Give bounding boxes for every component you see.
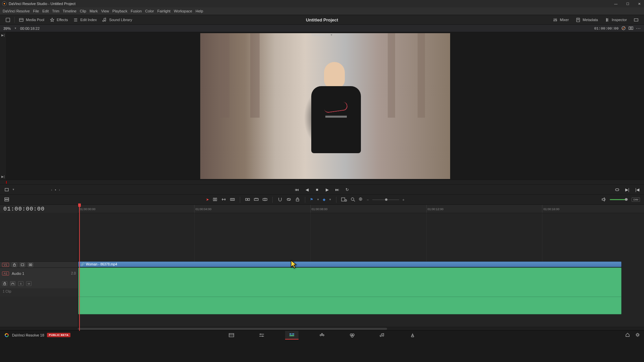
jump-first-icon[interactable]: ⏮ bbox=[294, 187, 300, 192]
fusion-page-tab[interactable] bbox=[315, 331, 329, 340]
timeline-dropdown-icon[interactable]: ▼ bbox=[330, 34, 333, 37]
viewer-zoom-percent[interactable]: 39% bbox=[3, 26, 11, 31]
match-frame-dropdown-icon[interactable]: ▼ bbox=[12, 188, 15, 191]
snapping-icon[interactable] bbox=[277, 197, 283, 203]
menu-davinci-resolve[interactable]: DaVinci Resolve bbox=[3, 9, 30, 13]
timeline-ruler[interactable]: 01:00:00:00 01:00:04:00 01:00:08:00 01:0… bbox=[78, 205, 644, 213]
close-button[interactable]: ✕ bbox=[637, 2, 642, 6]
project-settings-icon[interactable] bbox=[635, 333, 640, 338]
trim-tool-icon[interactable] bbox=[212, 197, 218, 203]
menu-fairlight[interactable]: Fairlight bbox=[157, 9, 170, 13]
timeline-zoom-slider[interactable] bbox=[372, 199, 399, 200]
video-track-badge[interactable]: V1 bbox=[2, 263, 9, 267]
menu-mark[interactable]: Mark bbox=[90, 9, 98, 13]
marker-dropdown-icon[interactable]: ▼ bbox=[329, 198, 331, 201]
media-pool-button[interactable]: Media Pool bbox=[16, 16, 47, 24]
menu-fusion[interactable]: Fusion bbox=[131, 9, 142, 13]
replace-clip-icon[interactable] bbox=[262, 197, 268, 203]
edit-page-tab[interactable] bbox=[285, 331, 299, 340]
viewer-options-icon[interactable]: ⋯ bbox=[636, 26, 641, 31]
dual-viewer-icon[interactable] bbox=[629, 26, 633, 31]
next-edit-icon[interactable]: ▶| bbox=[1, 34, 4, 37]
metadata-button[interactable]: Metadata bbox=[573, 16, 601, 24]
menu-file[interactable]: File bbox=[33, 9, 39, 13]
index-search-icon[interactable] bbox=[341, 197, 347, 202]
bypass-grade-icon[interactable] bbox=[621, 26, 626, 31]
scrubber-playhead[interactable] bbox=[6, 181, 7, 184]
menu-clip[interactable]: Clip bbox=[80, 9, 86, 13]
color-page-tab[interactable] bbox=[345, 331, 359, 340]
menu-playback[interactable]: Playback bbox=[112, 9, 127, 13]
viewer-canvas[interactable] bbox=[6, 32, 644, 180]
loop-icon[interactable]: ↻ bbox=[344, 187, 350, 192]
audio-curve-icon[interactable] bbox=[10, 281, 15, 286]
mute-icon[interactable] bbox=[601, 197, 606, 203]
nav-next-icon[interactable]: › bbox=[59, 188, 60, 192]
mixer-button[interactable]: Mixer bbox=[550, 16, 572, 24]
fullscreen-viewer-button[interactable] bbox=[3, 16, 13, 24]
marker-icon[interactable]: ◆ bbox=[323, 197, 325, 202]
blade-tool-icon[interactable] bbox=[230, 197, 235, 203]
menu-trim[interactable]: Trim bbox=[52, 9, 59, 13]
zoom-dropdown-icon[interactable]: ▼ bbox=[14, 27, 17, 30]
audio-track-badge[interactable]: A1 bbox=[2, 272, 9, 276]
expand-viewer-icon[interactable] bbox=[614, 187, 620, 192]
play-icon[interactable]: ▶ bbox=[324, 187, 330, 192]
flag-dropdown-icon[interactable]: ▼ bbox=[317, 198, 319, 201]
media-page-tab[interactable] bbox=[225, 331, 238, 340]
minimize-button[interactable]: — bbox=[613, 2, 619, 6]
cut-page-tab[interactable] bbox=[255, 331, 268, 340]
go-end-icon[interactable]: ▶| bbox=[625, 187, 630, 192]
menu-edit[interactable]: Edit bbox=[42, 9, 49, 13]
jump-last-icon[interactable]: ⏭ bbox=[334, 187, 340, 192]
menu-help[interactable]: Help bbox=[196, 9, 203, 13]
zoom-out-icon[interactable]: − bbox=[367, 198, 369, 202]
prev-frame-icon[interactable]: ◀ bbox=[304, 187, 310, 192]
zoom-tool-icon[interactable] bbox=[359, 197, 363, 202]
insert-clip-icon[interactable] bbox=[245, 197, 250, 203]
menu-timeline[interactable]: Timeline bbox=[63, 9, 76, 13]
mute-button[interactable]: M bbox=[26, 281, 32, 286]
audio-lock-icon[interactable] bbox=[2, 281, 7, 286]
timeline-hscrollbar[interactable] bbox=[0, 327, 644, 330]
viewer-scrubber[interactable] bbox=[0, 180, 644, 184]
selection-tool-icon[interactable]: ➤ bbox=[206, 197, 209, 202]
video-clip[interactable]: 🔗 Woman - 86378.mp4 bbox=[78, 261, 622, 267]
find-icon[interactable] bbox=[351, 197, 355, 202]
maximize-button[interactable]: ☐ bbox=[625, 2, 631, 6]
fairlight-page-tab[interactable] bbox=[376, 331, 389, 340]
go-start-icon[interactable]: |◀ bbox=[635, 187, 640, 192]
tracks-area[interactable]: 🔗 Woman - 86378.mp4 bbox=[78, 213, 644, 327]
track-thumb-icon[interactable] bbox=[28, 262, 33, 267]
audio-track-header[interactable]: A1 Audio 1 2.0 bbox=[0, 267, 78, 279]
volume-slider[interactable] bbox=[610, 199, 628, 200]
home-icon[interactable] bbox=[625, 333, 630, 338]
timeline-view-options-icon[interactable] bbox=[4, 197, 9, 203]
timeline-playhead[interactable] bbox=[78, 203, 81, 207]
track-lock-icon[interactable] bbox=[12, 262, 17, 267]
match-frame-icon[interactable] bbox=[4, 187, 9, 192]
menu-view[interactable]: View bbox=[101, 9, 109, 13]
deliver-page-tab[interactable] bbox=[406, 331, 419, 340]
audio-clip[interactable] bbox=[78, 267, 622, 314]
timeline-name-label[interactable]: Timeline 1 bbox=[311, 33, 328, 37]
prev-edit-icon[interactable]: ▶| bbox=[1, 175, 4, 178]
stop-icon[interactable]: ■ bbox=[314, 187, 320, 192]
dim-button[interactable]: DIM bbox=[632, 197, 640, 202]
expand-button[interactable] bbox=[631, 16, 641, 24]
zoom-in-icon[interactable]: + bbox=[402, 198, 405, 202]
menu-workspace[interactable]: Workspace bbox=[174, 9, 192, 13]
menu-color[interactable]: Color bbox=[145, 9, 154, 13]
nav-prev-icon[interactable]: ‹ bbox=[51, 188, 52, 192]
dynamic-trim-icon[interactable] bbox=[221, 197, 226, 203]
video-track-header[interactable]: V1 bbox=[0, 261, 78, 267]
edit-index-button[interactable]: Edit Index bbox=[70, 16, 99, 24]
flag-icon[interactable]: ⚑ bbox=[310, 197, 313, 202]
master-timecode[interactable]: 01:00:00:00 bbox=[3, 206, 45, 212]
sound-library-button[interactable]: Sound Library bbox=[99, 16, 135, 24]
position-lock-icon[interactable] bbox=[295, 197, 300, 203]
solo-button[interactable]: S bbox=[18, 281, 23, 286]
link-icon[interactable] bbox=[286, 197, 291, 203]
effects-button[interactable]: Effects bbox=[47, 16, 70, 24]
overwrite-clip-icon[interactable] bbox=[254, 197, 259, 203]
